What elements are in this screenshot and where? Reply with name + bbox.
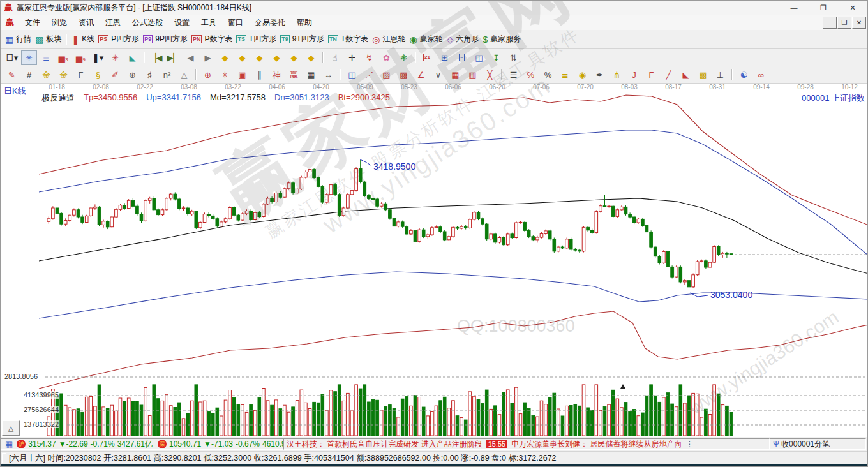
- restore-button[interactable]: ❐: [809, 1, 838, 15]
- toolbar-winner-wheel-button[interactable]: ◉赢家轮: [409, 34, 442, 45]
- percent-button[interactable]: %: [540, 68, 556, 82]
- news-item-1[interactable]: 汉王科技： 首款柯氏音血压计完成研发 进入产品注册阶段: [287, 439, 483, 450]
- menu-江恩[interactable]: 江恩: [100, 15, 126, 30]
- grid-lines-button[interactable]: ♯: [142, 68, 158, 82]
- zoom-shift-right-button[interactable]: ◆: [234, 50, 250, 65]
- shen-tool-button[interactable]: 神: [269, 68, 285, 82]
- go-first-button[interactable]: ▕◀: [148, 50, 164, 65]
- menu-交易委托[interactable]: 交易委托: [249, 15, 291, 30]
- golden-levels-button[interactable]: ≣: [557, 68, 573, 82]
- hand-tool-button[interactable]: ☝: [327, 50, 343, 65]
- golden-grid-button[interactable]: 金: [38, 68, 54, 82]
- toolbar-p-square-button[interactable]: PSP四方形: [98, 34, 139, 45]
- scale-ruler-button[interactable]: ☰: [505, 68, 521, 82]
- kline-chart[interactable]: 3418.9500 3053.0400: [1, 84, 868, 437]
- child-close-button[interactable]: ✕: [852, 17, 866, 29]
- radiating-lines-button[interactable]: ⋰: [361, 68, 377, 82]
- toolbar-t-number-table-button[interactable]: TNT数字表: [328, 34, 368, 45]
- speed-line-button[interactable]: ╱: [661, 68, 677, 82]
- coordinates-button[interactable]: ⊥: [712, 68, 728, 82]
- toolbar-9t-square-button[interactable]: T99T四方形: [280, 34, 324, 45]
- spiral-tool-button[interactable]: §: [90, 68, 106, 82]
- remote-update-button[interactable]: ⇅: [505, 50, 521, 65]
- toolbar-sectors-button[interactable]: ▩板块: [35, 34, 61, 45]
- go-next-button[interactable]: ▶: [200, 50, 216, 65]
- gann-wheel-small-button[interactable]: ✳: [217, 68, 233, 82]
- angle-ruler-button[interactable]: △: [176, 68, 192, 82]
- statusbar-grip[interactable]: [2, 453, 6, 463]
- toolbar-9p-square-button[interactable]: P99P四方形: [143, 34, 188, 45]
- gann-circle-button[interactable]: ⊕: [124, 68, 140, 82]
- color-mountain-button[interactable]: ◣: [124, 50, 140, 65]
- menu-工具[interactable]: 工具: [195, 15, 222, 30]
- zoom-compress-x-button[interactable]: ◆: [269, 50, 285, 65]
- menu-窗口[interactable]: 窗口: [222, 15, 249, 30]
- crosshair-tool-button[interactable]: ✛: [344, 50, 360, 65]
- toolbar-kline-button[interactable]: ❚K线: [71, 34, 94, 45]
- candle-style-dropdown-button[interactable]: ❚▾: [90, 50, 106, 65]
- child-minimize-button[interactable]: _: [823, 17, 837, 29]
- calculator-button[interactable]: ⊞: [437, 50, 453, 65]
- gann-fan-gold-button[interactable]: ⋔: [609, 68, 625, 82]
- knot-tool-button[interactable]: ❃: [396, 50, 412, 65]
- toolbar-quotes-button[interactable]: ▦行情: [5, 34, 31, 45]
- menu-公式选股[interactable]: 公式选股: [126, 15, 168, 30]
- volume-pane-expand-button[interactable]: △: [2, 420, 20, 436]
- zoom-expand-x-button[interactable]: ◆: [251, 50, 267, 65]
- pitchfork-button[interactable]: ∥: [251, 68, 267, 82]
- taiji-button[interactable]: ☯: [736, 68, 752, 82]
- percent-care-of-button[interactable]: ℅: [523, 68, 539, 82]
- zoom-shift-left-button[interactable]: ◆: [217, 50, 233, 65]
- go-last-button[interactable]: ▶▏: [165, 50, 181, 65]
- red-brush-button[interactable]: ✐: [107, 68, 123, 82]
- f10-info-button[interactable]: ≣: [38, 50, 54, 65]
- golden-circle-button[interactable]: ◉: [574, 68, 590, 82]
- zoom-expand-y-button[interactable]: ◆: [286, 50, 302, 65]
- gann-box-red-button[interactable]: ▣: [234, 68, 250, 82]
- menu-设置[interactable]: 设置: [168, 15, 195, 30]
- n-square-button[interactable]: n²: [159, 68, 175, 82]
- brush-tool-button[interactable]: ✎: [4, 68, 20, 82]
- menu-文件[interactable]: 文件: [19, 15, 46, 30]
- news-item-2[interactable]: 申万宏源董事长刘健： 居民储蓄将继续从房地产向: [511, 439, 682, 450]
- fibonacci-grid-button[interactable]: F: [73, 68, 89, 82]
- menu-浏览[interactable]: 浏览: [46, 15, 73, 30]
- gann-target-button[interactable]: ⊕: [200, 68, 216, 82]
- box-diagonal-button[interactable]: ▨: [378, 68, 394, 82]
- ying-tool-button[interactable]: 赢: [286, 68, 302, 82]
- kline-chart-mode-button[interactable]: ✳: [21, 50, 37, 65]
- child-restore-button[interactable]: ❐: [837, 17, 851, 29]
- j-line-button[interactable]: J: [626, 68, 642, 82]
- toolbar-p-number-table-button[interactable]: PNP数字表: [191, 34, 233, 45]
- cursor-wave-tool-button[interactable]: ↯: [361, 50, 377, 65]
- menu-资讯[interactable]: 资讯: [73, 15, 100, 30]
- close-button[interactable]: ✕: [838, 1, 867, 15]
- golden-box-button[interactable]: 金: [56, 68, 71, 82]
- ma-3-button[interactable]: ▅₃: [56, 50, 71, 65]
- ma-9-button[interactable]: ▅₉: [73, 50, 89, 65]
- blue-rect-tool-button[interactable]: ◫: [344, 68, 360, 82]
- minimize-button[interactable]: —: [779, 1, 809, 15]
- calendar-button[interactable]: 21: [419, 50, 435, 65]
- golden-background-button[interactable]: ▩: [695, 68, 711, 82]
- toolbar-winner-service-button[interactable]: $赢家服务: [483, 34, 521, 45]
- go-prev-button[interactable]: ◀: [183, 50, 198, 65]
- angle-lines-button[interactable]: ∠: [413, 68, 429, 82]
- infinity-button[interactable]: ∞: [753, 68, 769, 82]
- news-ticker[interactable]: 汉王科技： 首款柯氏音血压计完成研发 进入产品注册阶段 15:55 申万宏源董事…: [283, 438, 770, 450]
- box-net-button[interactable]: ▩: [396, 68, 412, 82]
- period-day-dropdown-button[interactable]: 日▾: [4, 50, 20, 65]
- flower-tool-button[interactable]: ✿: [378, 50, 394, 65]
- toolbar-t-square-button[interactable]: TST四方形: [236, 34, 276, 45]
- red-grid-button[interactable]: ▦: [447, 68, 463, 82]
- menu-帮助[interactable]: 帮助: [291, 15, 318, 30]
- v-lines-button[interactable]: ∨: [430, 68, 446, 82]
- cross-lines-button[interactable]: ╳: [482, 68, 498, 82]
- toolbar-gann-wheel-button[interactable]: ◎江恩轮: [372, 34, 405, 45]
- save-data-button[interactable]: ◫: [471, 50, 487, 65]
- gann-net-button[interactable]: ✳: [107, 50, 123, 65]
- red-grid-2-button[interactable]: ▥: [465, 68, 481, 82]
- width-measure-button[interactable]: ↔: [320, 68, 336, 82]
- gann-grid-button[interactable]: #: [21, 68, 37, 82]
- pen-tool-button[interactable]: ✒: [592, 68, 608, 82]
